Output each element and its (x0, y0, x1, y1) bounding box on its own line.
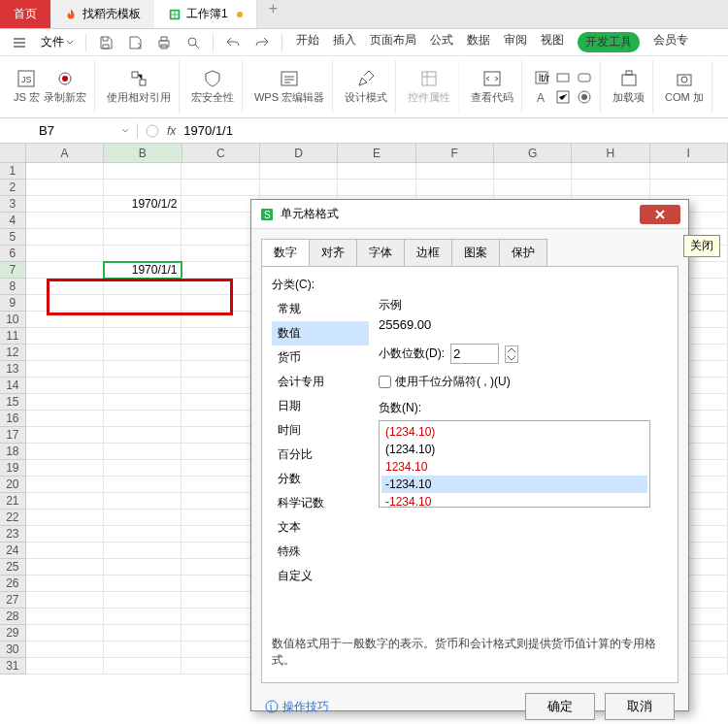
cat-time[interactable]: 时间 (272, 418, 369, 443)
cell[interactable]: 1970/1/2 (104, 196, 182, 213)
menu-layout[interactable]: 页面布局 (370, 32, 416, 52)
row-header[interactable]: 22 (0, 510, 26, 526)
cell[interactable] (182, 460, 259, 477)
cancel-button[interactable]: 取消 (605, 693, 675, 720)
cell[interactable] (182, 576, 259, 592)
cell[interactable] (416, 163, 494, 180)
row-header[interactable]: 10 (0, 312, 26, 328)
cell[interactable] (182, 526, 259, 543)
cell[interactable] (182, 213, 259, 229)
cell-reference-box[interactable] (0, 123, 138, 138)
category-list[interactable]: 常规 数值 货币 会计专用 日期 时间 百分比 分数 科学记数 文本 特殊 自定… (272, 297, 369, 588)
tab-protect[interactable]: 保护 (499, 239, 547, 266)
cell[interactable] (182, 312, 259, 328)
cell[interactable] (26, 460, 104, 477)
negative-list[interactable]: (1234.10) (1234.10) 1234.10 -1234.10 -12… (379, 420, 650, 508)
tab-font[interactable]: 字体 (356, 239, 405, 266)
row-header[interactable]: 8 (0, 279, 26, 295)
design-mode-button[interactable]: 设计模式 (337, 60, 396, 114)
cell[interactable] (572, 163, 649, 180)
menu-insert[interactable]: 插入 (333, 32, 356, 52)
row-header[interactable]: 19 (0, 460, 26, 477)
cell[interactable] (650, 163, 728, 180)
cell[interactable] (104, 394, 182, 411)
control-props-button[interactable]: 控件属性 (400, 60, 459, 114)
cell[interactable] (26, 658, 104, 675)
tab-workbook[interactable]: 工作簿1 (154, 0, 257, 28)
cell[interactable] (26, 609, 104, 625)
cell[interactable] (182, 328, 259, 345)
save-button[interactable] (94, 33, 117, 52)
row-header[interactable]: 26 (0, 576, 26, 592)
cell[interactable] (182, 642, 259, 658)
cell[interactable] (26, 345, 104, 361)
cell[interactable] (104, 163, 182, 180)
cell[interactable] (104, 427, 182, 444)
cell[interactable] (104, 246, 182, 262)
wps-editor-button[interactable]: WPS 宏编辑器 (247, 60, 333, 114)
cell[interactable] (104, 609, 182, 625)
menu-dev[interactable]: 开发工具 (578, 32, 640, 52)
row-header[interactable]: 12 (0, 345, 26, 361)
save-as-button[interactable] (123, 33, 147, 52)
cell[interactable] (104, 312, 182, 328)
cat-general[interactable]: 常规 (272, 297, 369, 321)
menu-data[interactable]: 数据 (467, 32, 490, 52)
neg-option[interactable]: -1234.10 (381, 493, 647, 510)
cell[interactable] (26, 213, 104, 229)
cat-number[interactable]: 数值 (272, 321, 369, 346)
tab-template[interactable]: 找稻壳模板 (50, 0, 154, 28)
textbox-icon[interactable]: lt/n (534, 70, 549, 85)
cell[interactable] (182, 477, 259, 493)
cell[interactable] (26, 427, 104, 444)
row-header[interactable]: 6 (0, 246, 26, 262)
row-header[interactable]: 17 (0, 427, 26, 444)
cell[interactable] (104, 592, 182, 609)
cell[interactable] (104, 229, 182, 246)
macro-security-button[interactable]: 宏安全性 (183, 60, 243, 114)
cell[interactable] (26, 180, 104, 196)
cell[interactable] (26, 625, 104, 642)
cat-text[interactable]: 文本 (272, 515, 369, 540)
cell[interactable] (26, 328, 104, 345)
row-header[interactable]: 2 (0, 180, 26, 196)
tab-align[interactable]: 对齐 (309, 239, 357, 266)
cell[interactable] (260, 180, 338, 196)
cell[interactable] (104, 180, 182, 196)
row-header[interactable]: 30 (0, 642, 26, 658)
menu-formula[interactable]: 公式 (430, 32, 453, 52)
cell[interactable] (182, 493, 259, 510)
cat-date[interactable]: 日期 (272, 394, 369, 418)
cell[interactable] (494, 180, 572, 196)
row-header[interactable]: 14 (0, 378, 26, 394)
cell[interactable] (182, 658, 259, 675)
cell[interactable] (338, 180, 415, 196)
cell[interactable] (26, 262, 104, 279)
cell[interactable] (182, 180, 259, 196)
tab-home[interactable]: 首页 (0, 0, 50, 28)
cell[interactable] (182, 625, 259, 642)
cat-custom[interactable]: 自定义 (272, 564, 369, 588)
cell[interactable] (26, 477, 104, 493)
file-menu[interactable]: 文件 (37, 32, 78, 52)
cat-accounting[interactable]: 会计专用 (272, 370, 369, 394)
cell[interactable] (260, 163, 338, 180)
cell[interactable] (182, 510, 259, 526)
row-header[interactable]: 9 (0, 295, 26, 312)
cell[interactable] (26, 543, 104, 559)
row-header[interactable]: 5 (0, 229, 26, 246)
ok-button[interactable]: 确定 (525, 693, 595, 720)
undo-button[interactable] (221, 33, 245, 52)
neg-option[interactable]: 1234.10 (381, 458, 647, 476)
cell[interactable] (182, 427, 259, 444)
cell[interactable] (104, 213, 182, 229)
col-header[interactable]: B (104, 144, 182, 162)
cell[interactable] (104, 658, 182, 675)
tab-pattern[interactable]: 图案 (451, 239, 500, 266)
cell[interactable] (104, 295, 182, 312)
cell[interactable] (338, 163, 415, 180)
cell[interactable] (26, 510, 104, 526)
cell[interactable] (182, 229, 259, 246)
cell[interactable] (104, 328, 182, 345)
cell[interactable] (182, 345, 259, 361)
